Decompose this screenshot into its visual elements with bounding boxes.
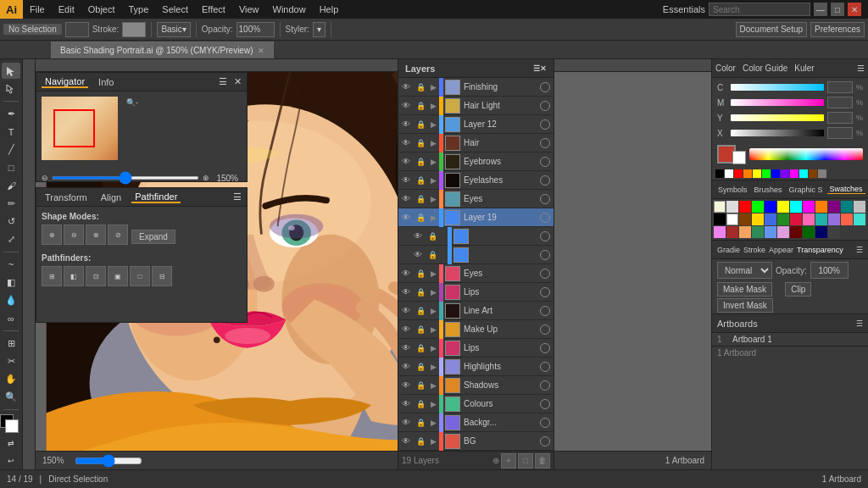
layer-row[interactable]: 👁 🔒 ▶ Lips [398, 283, 554, 302]
artboards-menu-icon[interactable]: ☰ [856, 319, 863, 328]
layer-expand-icon[interactable]: ▶ [427, 78, 439, 97]
expand-button[interactable]: Expand [131, 230, 175, 244]
artwork-area[interactable]: Navigator Info ☰ ✕ 🔍- [36, 72, 711, 469]
stroke-swatch[interactable] [122, 22, 146, 37]
layer-lock-icon[interactable]: 🔒 [414, 115, 427, 134]
menu-object[interactable]: Object [81, 0, 122, 19]
swatch-item-teal[interactable] [841, 201, 853, 213]
layer-expand-icon[interactable]: ▶ [427, 283, 439, 302]
pathfinder-tab[interactable]: Pathfinder [131, 191, 181, 203]
layer-visibility-icon[interactable]: 👁 [410, 227, 426, 246]
swatches-tab[interactable]: Swatches [827, 185, 865, 194]
swatch-item-darkgreen[interactable] [803, 226, 815, 238]
document-tab[interactable]: Basic Shading Portrait.ai @ 150% (CMYK/P… [51, 42, 274, 58]
navigator-tab[interactable]: Navigator [42, 76, 88, 88]
layer-lock-icon[interactable]: 🔒 [414, 171, 427, 190]
swatch-red[interactable] [734, 169, 743, 178]
layer-expand-icon[interactable]: ▶ [427, 395, 439, 413]
trim-button[interactable]: ◧ [64, 266, 84, 286]
make-mask-button[interactable]: Make Mask [717, 282, 772, 297]
swatch-black[interactable] [715, 169, 724, 178]
swatch-item-sandybrown[interactable] [739, 226, 751, 238]
k-value[interactable] [827, 127, 853, 139]
selection-tool-button[interactable] [2, 63, 20, 79]
layer-expand-icon[interactable]: ▶ [427, 171, 439, 190]
minus-front-button[interactable]: ⊖ [64, 225, 84, 245]
swatch-item-darkred[interactable] [790, 226, 802, 238]
zoom-out-icon[interactable]: ⊖ [42, 174, 48, 182]
new-sublayer-button[interactable]: + [501, 453, 516, 469]
color-guide-tab[interactable]: Color Guide [743, 64, 787, 73]
layer-visibility-icon[interactable]: 👁 [398, 208, 414, 227]
layers-close-icon[interactable]: ✕ [540, 64, 547, 73]
swap-colors-button[interactable]: ⇄ [2, 435, 20, 452]
swatch-cyan[interactable] [799, 169, 808, 178]
swatch-white[interactable] [725, 169, 733, 178]
layer-row[interactable]: 👁 🔒 ▶ Backgr... [398, 413, 554, 432]
swatch-item-silver[interactable] [854, 201, 865, 213]
layer-row[interactable]: 👁 🔒 ▶ Hair [398, 134, 554, 152]
layer-target-circle[interactable] [540, 175, 550, 186]
layer-row[interactable]: 👁 🔒 ▶ Eyes [398, 264, 554, 283]
layer-expand-icon[interactable]: ▶ [427, 208, 439, 227]
layer-lock-icon[interactable]: 🔒 [414, 432, 427, 451]
layer-lock-icon[interactable]: 🔒 [414, 97, 427, 115]
nav-viewport-box[interactable] [53, 109, 96, 147]
k-slider[interactable] [731, 130, 824, 136]
swatch-item-darkblue[interactable] [815, 226, 827, 238]
layer-visibility-icon[interactable]: 👁 [398, 283, 414, 302]
color-spectrum[interactable] [749, 148, 863, 160]
pencil-tool-button[interactable]: ✏ [2, 196, 20, 212]
layer-row[interactable]: 👁 🔒 ▶ Eyebrows [398, 152, 554, 171]
zoom-slider-bottom[interactable] [75, 454, 142, 468]
close-button[interactable]: ✕ [848, 3, 861, 16]
layer-lock-icon[interactable]: 🔒 [414, 358, 427, 376]
m-slider[interactable] [731, 99, 824, 106]
maximize-button[interactable]: □ [831, 3, 844, 16]
appearance-tab[interactable]: Appear [769, 246, 793, 254]
layer-expand-icon[interactable]: ▶ [427, 320, 439, 339]
zoom-out-small-icon[interactable]: 🔍- [125, 97, 140, 108]
intersect-button[interactable]: ⊗ [86, 225, 106, 245]
zoom-in-icon[interactable]: ⊕ [203, 174, 209, 182]
swatch-orange[interactable] [743, 169, 752, 178]
menu-type[interactable]: Type [122, 0, 156, 19]
layer-expand-icon[interactable]: ▶ [427, 413, 439, 432]
exclude-button[interactable]: ⊘ [108, 225, 128, 245]
color-tab[interactable]: Color [715, 64, 736, 73]
background-swatch[interactable] [5, 419, 19, 433]
swatch-yellow[interactable] [753, 169, 761, 178]
align-tab[interactable]: Align [97, 192, 125, 202]
layer-lock-icon[interactable]: 🔒 [414, 320, 427, 339]
layer-target-circle[interactable] [540, 343, 550, 353]
layer-visibility-icon[interactable]: 👁 [398, 152, 414, 171]
swatch-item-gold[interactable] [752, 214, 764, 225]
layer-visibility-icon[interactable]: 👁 [398, 432, 414, 451]
layer-row[interactable]: 👁 🔒 ▶ BG [398, 432, 554, 451]
layer-expand-icon[interactable]: ▶ [427, 264, 439, 283]
unite-button[interactable]: ⊕ [42, 225, 62, 245]
layer-visibility-icon[interactable]: 👁 [398, 413, 414, 432]
layer-lock-icon[interactable]: 🔒 [414, 152, 427, 171]
y-value[interactable] [827, 112, 853, 124]
artboard-item-1[interactable]: 1 Artboard 1 [712, 333, 868, 346]
swatch-item-lightseagreen[interactable] [815, 214, 827, 225]
c-slider[interactable] [731, 84, 824, 91]
swatch-item-hotpink[interactable] [803, 214, 815, 225]
zoom-slider[interactable] [52, 176, 199, 180]
layer-target-circle[interactable] [540, 306, 550, 316]
layer-lock-icon[interactable]: 🔒 [414, 190, 427, 208]
swatch-item-forestgreen[interactable] [777, 214, 789, 225]
hand-tool-button[interactable]: ✋ [2, 371, 20, 387]
delete-layer-button[interactable]: 🗑 [535, 453, 550, 469]
y-slider[interactable] [731, 114, 824, 121]
line-tool-button[interactable]: ╱ [2, 141, 20, 158]
default-colors-button[interactable]: ↩ [2, 453, 20, 469]
layer-row[interactable]: 👁 🔒 ▶ Highlights [398, 358, 554, 376]
layer-lock-icon[interactable]: 🔒 [414, 395, 427, 413]
layer-visibility-icon[interactable]: 👁 [398, 171, 414, 190]
info-tab[interactable]: Info [95, 77, 117, 87]
layer-target-circle[interactable] [540, 138, 550, 148]
paintbrush-tool-button[interactable]: 🖌 [2, 177, 20, 193]
layer-target-circle[interactable] [540, 250, 550, 260]
